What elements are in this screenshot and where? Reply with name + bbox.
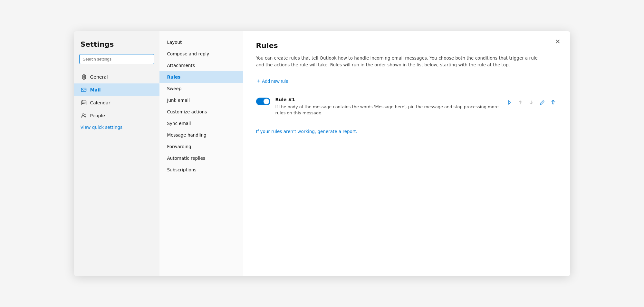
search-input[interactable] [79,54,154,64]
middle-panel-rules[interactable]: Rules [159,71,243,83]
delete-rule-button[interactable] [549,98,557,107]
people-icon [81,112,87,119]
sidebar-item-general-label: General [90,74,108,80]
svg-rect-0 [81,88,86,91]
sidebar-item-mail[interactable]: Mail [74,83,159,96]
middle-panel-compose-and-reply[interactable]: Compose and reply [159,48,243,60]
svg-rect-2 [82,103,83,104]
rule-description: If the body of the message contains the … [275,104,500,116]
svg-marker-7 [508,101,511,104]
rule-content: Rule #1 If the body of the message conta… [275,97,500,116]
middle-panel-subscriptions[interactable]: Subscriptions [159,164,243,176]
generate-report-link[interactable]: If your rules aren't working, generate a… [256,129,358,134]
left-panel: Settings General Mail [74,31,159,276]
edit-rule-button[interactable] [538,98,546,107]
middle-panel: Layout Compose and reply Attachments Rul… [159,31,243,276]
mail-icon [81,87,87,93]
middle-panel-junk-email[interactable]: Junk email [159,94,243,106]
svg-rect-4 [84,103,85,104]
rule-name: Rule #1 [275,97,500,102]
rules-description: You can create rules that tell Outlook h… [256,55,546,69]
middle-panel-message-handling[interactable]: Message handling [159,129,243,141]
middle-panel-layout[interactable]: Layout [159,36,243,48]
sidebar-item-people-label: People [90,113,105,118]
calendar-icon [81,100,87,106]
add-new-rule-button[interactable]: + Add new rule [256,76,289,86]
move-down-button[interactable] [527,98,535,107]
rule-actions [505,98,557,107]
middle-panel-attachments[interactable]: Attachments [159,60,243,71]
sidebar-item-mail-label: Mail [90,87,101,92]
sidebar-item-calendar-label: Calendar [90,100,111,105]
rule-toggle[interactable] [256,98,270,105]
close-button[interactable]: ✕ [553,37,562,46]
view-quick-settings-link[interactable]: View quick settings [74,122,159,132]
plus-icon: + [257,78,260,84]
middle-panel-automatic-replies[interactable]: Automatic replies [159,152,243,164]
sidebar-item-general[interactable]: General [74,71,159,83]
sidebar-item-calendar[interactable]: Calendar [74,96,159,109]
settings-title: Settings [74,40,159,54]
settings-dialog: Settings General Mail [74,31,570,276]
middle-panel-sweep[interactable]: Sweep [159,83,243,94]
middle-panel-forwarding[interactable]: Forwarding [159,141,243,152]
move-up-button[interactable] [516,98,524,107]
run-rule-button[interactable] [505,98,514,107]
page-title: Rules [256,42,557,50]
main-panel: ✕ Rules You can create rules that tell O… [243,31,570,276]
gear-icon [81,74,87,80]
svg-point-6 [84,114,85,115]
rule-card: Rule #1 If the body of the message conta… [256,92,557,121]
svg-rect-1 [81,101,86,105]
svg-point-5 [82,114,84,116]
add-rule-label: Add new rule [262,79,288,84]
svg-rect-3 [83,103,84,104]
sidebar-item-people[interactable]: People [74,109,159,122]
middle-panel-customize-actions[interactable]: Customize actions [159,106,243,118]
middle-panel-sync-email[interactable]: Sync email [159,118,243,129]
